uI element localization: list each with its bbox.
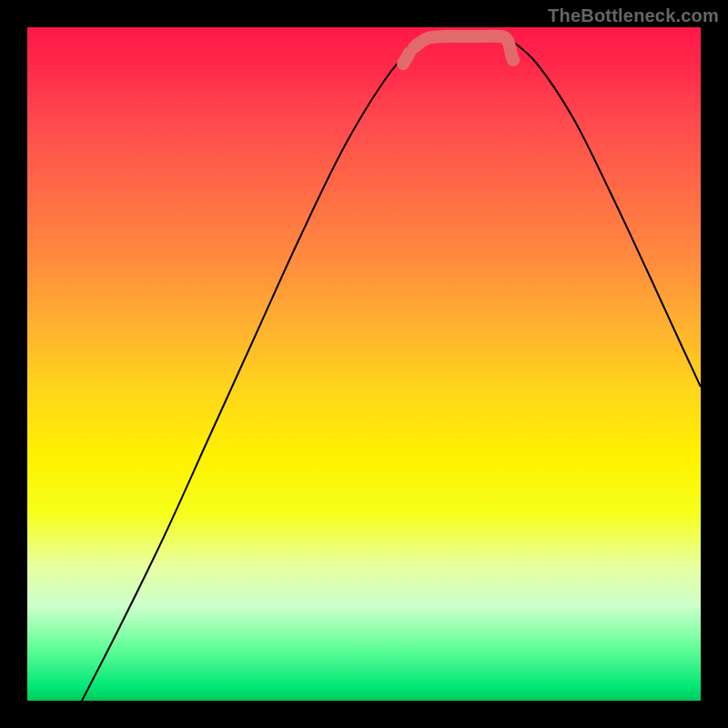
chart-frame: TheBottleneck.com [0, 0, 728, 728]
plot-area [27, 27, 701, 701]
series-right-curve [510, 39, 701, 387]
series-left-dot [403, 53, 410, 64]
watermark-text: TheBottleneck.com [548, 5, 719, 26]
chart-svg [27, 27, 701, 701]
series-left-curve [82, 39, 428, 701]
series-bottom-highlight [414, 36, 513, 60]
